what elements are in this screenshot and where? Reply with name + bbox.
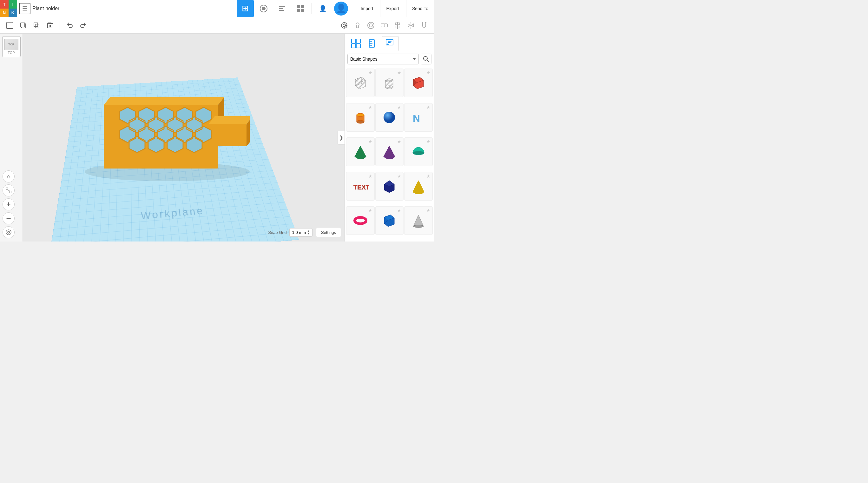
snap-grid-value[interactable]: 1.0 mm ▲ ▼ [289, 228, 312, 237]
home-view-btn[interactable]: ⌂ [3, 171, 14, 182]
shape-visual-gray-cylinder [380, 74, 398, 92]
magnet-tool[interactable] [418, 19, 430, 31]
shape-item-gray-cylinder[interactable]: ★ [375, 68, 404, 97]
snap-down-arrow[interactable]: ▼ [307, 233, 310, 235]
shape-visual-yellow-pyramid [410, 177, 427, 195]
tab-grid[interactable] [347, 36, 365, 51]
copy-tool[interactable] [17, 19, 29, 31]
star-gem[interactable]: ★ [397, 174, 401, 179]
shapes-dropdown[interactable]: Basic Shapes Featured Shapes Text & Numb… [347, 54, 419, 64]
nav-right: ⊞ 👤 👤 Import Export Send To [237, 0, 434, 17]
tool-group-history [64, 19, 89, 31]
zoom-in-btn[interactable]: + [3, 198, 14, 210]
shape-item-half-sphere[interactable]: ★ [404, 138, 433, 166]
shape-item-cone[interactable]: ★ [404, 206, 433, 235]
shape-visual-text-3d: TEXT [351, 177, 369, 195]
nav-avatar-btn[interactable]: 👤 [334, 2, 348, 16]
viewport[interactable]: Workplane [23, 34, 344, 241]
svg-marker-114 [355, 146, 366, 159]
sendto-button[interactable]: Send To [406, 0, 434, 17]
settings-button[interactable]: Settings [316, 228, 341, 237]
svg-rect-86 [356, 44, 361, 48]
tab-ruler[interactable] [365, 36, 382, 51]
svg-rect-44 [209, 124, 247, 146]
shape-item-gem[interactable]: ★ [375, 172, 404, 201]
document-icon[interactable]: ☰ [19, 3, 30, 14]
star-gray-box[interactable]: ★ [368, 70, 372, 75]
svg-point-38 [6, 230, 11, 235]
shape-item-orange-cylinder[interactable]: ★ [346, 103, 375, 132]
align-tool[interactable] [392, 19, 404, 31]
star-red-box[interactable]: ★ [426, 70, 431, 75]
svg-rect-12 [34, 23, 38, 27]
star-navy-cube[interactable]: ★ [397, 208, 401, 213]
svg-point-104 [385, 86, 393, 89]
camera-tool[interactable] [338, 19, 350, 31]
shape-item-green-pyramid[interactable]: ★ [346, 138, 375, 166]
svg-rect-4 [297, 5, 300, 8]
shape-item-purple-pyramid[interactable]: ★ [375, 138, 404, 166]
star-cone[interactable]: ★ [426, 208, 431, 213]
view-thumbnail[interactable]: TOP TOP [2, 36, 21, 57]
shape-visual-green-pyramid [351, 143, 369, 160]
star-text-3d[interactable]: ★ [368, 174, 372, 179]
svg-point-128 [413, 225, 424, 228]
star-half-sphere[interactable]: ★ [426, 139, 431, 144]
shape-visual-blue-sphere [380, 109, 398, 126]
shape-item-text-3d[interactable]: ★ TEXT [346, 172, 375, 201]
svg-point-123 [355, 217, 366, 224]
collapse-panel-btn[interactable]: ❯ [338, 131, 344, 145]
import-button[interactable]: Import [355, 0, 379, 17]
nav-codeblock-btn[interactable] [274, 0, 290, 17]
delete-tool[interactable] [44, 19, 56, 31]
3d-model [85, 70, 250, 184]
perspective-btn[interactable] [3, 226, 14, 238]
shape-item-torus[interactable]: ★ [346, 206, 375, 235]
nav-tinker-btn[interactable] [255, 0, 272, 17]
svg-rect-7 [301, 9, 304, 12]
star-gray-cylinder[interactable]: ★ [397, 70, 401, 75]
snap-spinner[interactable]: ▲ ▼ [307, 230, 310, 235]
star-purple-pyramid[interactable]: ★ [397, 139, 401, 144]
svg-rect-36 [9, 191, 11, 193]
shape-item-yellow-pyramid[interactable]: ★ [404, 172, 433, 201]
duplicate-tool[interactable] [30, 19, 42, 31]
star-orange-cylinder[interactable]: ★ [368, 105, 372, 110]
svg-point-109 [356, 113, 364, 117]
view-label: TOP [8, 43, 14, 46]
nav-gallery-btn[interactable]: ⊞ [237, 0, 254, 17]
star-yellow-pyramid[interactable]: ★ [426, 174, 431, 179]
star-blue-sphere[interactable]: ★ [397, 105, 401, 110]
svg-rect-1 [279, 6, 285, 7]
shape-item-gray-box[interactable]: ★ [346, 68, 375, 97]
search-shapes-button[interactable] [421, 54, 431, 64]
zoom-out-btn[interactable]: − [3, 212, 14, 224]
nav-add-user-btn[interactable]: 👤 [314, 0, 332, 17]
redo-tool[interactable] [77, 19, 89, 31]
fit-view-btn[interactable] [3, 184, 14, 197]
svg-rect-84 [356, 39, 361, 43]
mirror-tool[interactable] [405, 19, 417, 31]
shape-item-red-box[interactable]: ★ [404, 68, 433, 97]
box-select-tool[interactable] [4, 19, 16, 31]
shape-visual-orange-cylinder [351, 109, 369, 126]
star-green-pyramid[interactable]: ★ [368, 139, 372, 144]
svg-rect-85 [351, 44, 355, 48]
star-n-shape[interactable]: ★ [426, 105, 431, 110]
star-torus[interactable]: ★ [368, 208, 372, 213]
shape-item-navy-cube[interactable]: ★ [375, 206, 404, 235]
ungroup-tool[interactable] [378, 19, 390, 31]
shape-visual-navy-cube [380, 212, 398, 230]
snap-up-arrow[interactable]: ▲ [307, 230, 310, 232]
svg-rect-8 [7, 22, 13, 29]
undo-tool[interactable] [64, 19, 76, 31]
tab-notes[interactable] [382, 36, 399, 51]
panel-tabs [345, 34, 434, 51]
group-tool[interactable] [365, 19, 377, 31]
export-button[interactable]: Export [380, 0, 404, 17]
shape-item-n-shape[interactable]: ★ N [404, 103, 433, 132]
svg-marker-32 [411, 24, 414, 27]
nav-simulate-btn[interactable] [292, 0, 309, 17]
light-tool[interactable] [351, 19, 364, 31]
shape-item-blue-sphere[interactable]: ★ [375, 103, 404, 132]
